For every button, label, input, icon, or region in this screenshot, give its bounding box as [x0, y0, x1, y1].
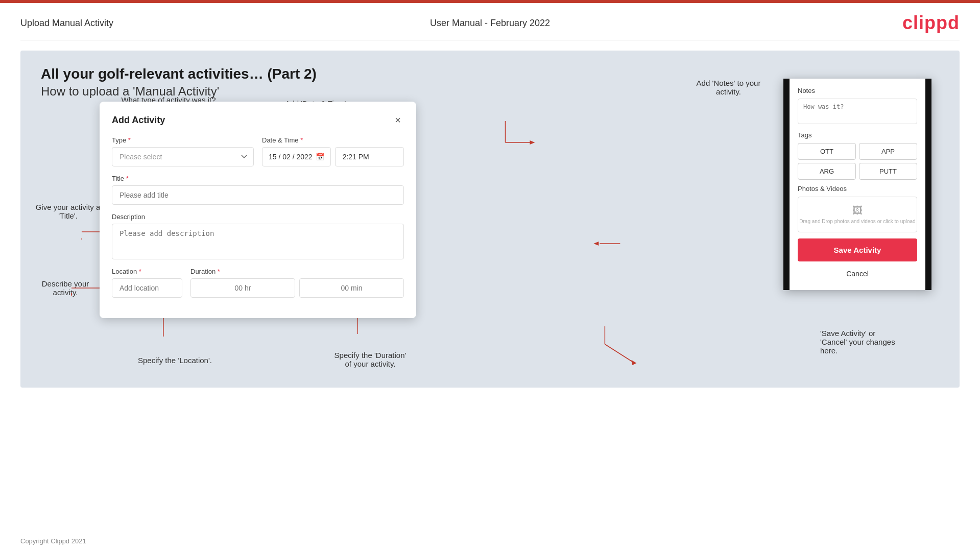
- upload-text: Drag and Drop photos and videos or click…: [799, 219, 915, 224]
- datetime-label: Date & Time *: [262, 136, 404, 144]
- app-panel: Notes Tags OTT APP ARG PUTT Photos & Vid…: [783, 79, 931, 290]
- tag-arg[interactable]: ARG: [798, 163, 856, 180]
- add-activity-dialog: Add Activity × Type * Please select Date…: [100, 102, 416, 318]
- duration-group: Duration *: [190, 268, 404, 298]
- photos-label: Photos & Videos: [798, 185, 917, 193]
- close-button[interactable]: ×: [392, 114, 404, 126]
- description-textarea[interactable]: [112, 224, 404, 259]
- tag-putt[interactable]: PUTT: [859, 163, 917, 180]
- date-time-inputs: 15 / 02 / 2022 📅 2:21 PM: [262, 147, 404, 166]
- logo: clippd: [902, 12, 960, 34]
- upload-icon: 🖼: [852, 205, 863, 217]
- tag-app[interactable]: APP: [859, 143, 917, 160]
- calendar-icon: 📅: [316, 153, 324, 161]
- annotation-describe: Describe youractivity.: [30, 279, 101, 297]
- duration-inputs: [190, 278, 404, 298]
- notes-label: Notes: [798, 87, 917, 94]
- upload-area[interactable]: 🖼 Drag and Drop photos and videos or cli…: [798, 197, 917, 232]
- header-divider: [20, 40, 960, 40]
- footer-copyright: Copyright Clippd 2021: [20, 537, 86, 545]
- svg-marker-22: [631, 360, 636, 365]
- app-panel-inner: Notes Tags OTT APP ARG PUTT Photos & Vid…: [790, 79, 925, 290]
- annotation-location: Specify the 'Location'.: [128, 356, 222, 365]
- location-label: Location *: [112, 268, 182, 275]
- type-group: Type * Please select: [112, 136, 254, 166]
- tags-label: Tags: [798, 131, 917, 139]
- manual-subtitle: User Manual - February 2022: [430, 18, 550, 29]
- location-group: Location *: [112, 268, 182, 298]
- duration-hr-input[interactable]: [190, 278, 295, 298]
- duration-min-input[interactable]: [299, 278, 404, 298]
- dialog-header: Add Activity ×: [112, 114, 404, 126]
- svg-marker-17: [530, 140, 535, 145]
- type-label: Type *: [112, 136, 254, 144]
- datetime-group: Date & Time * 15 / 02 / 2022 📅 2:21 PM: [262, 136, 404, 166]
- annotation-save: 'Save Activity' or'Cancel' your changesh…: [820, 329, 950, 355]
- type-datetime-row: Type * Please select Date & Time * 15 / …: [112, 136, 404, 166]
- svg-line-21: [605, 344, 633, 362]
- tag-ott[interactable]: OTT: [798, 143, 856, 160]
- annotation-duration: Specify the 'Duration'of your activity.: [317, 351, 424, 368]
- date-value: 15 / 02 / 2022: [269, 153, 313, 161]
- title-input[interactable]: [112, 185, 404, 205]
- title-label: Title *: [112, 175, 404, 182]
- save-activity-button[interactable]: Save Activity: [798, 238, 917, 261]
- time-input[interactable]: 2:21 PM: [335, 147, 404, 166]
- annotation-title: Give your activity a'Title'.: [30, 203, 106, 220]
- notes-textarea[interactable]: [798, 99, 917, 124]
- description-group: Description: [112, 213, 404, 259]
- tags-grid: OTT APP ARG PUTT: [798, 143, 917, 180]
- main-content-area: All your golf-relevant activities… (Part…: [20, 51, 960, 388]
- cancel-button[interactable]: Cancel: [798, 266, 917, 282]
- location-input[interactable]: [112, 278, 182, 298]
- type-select[interactable]: Please select: [112, 147, 254, 166]
- svg-marker-19: [593, 242, 599, 246]
- location-duration-row: Location * Duration *: [112, 268, 404, 298]
- title-group: Title *: [112, 175, 404, 205]
- header: Upload Manual Activity User Manual - Feb…: [0, 3, 980, 40]
- date-input[interactable]: 15 / 02 / 2022 📅: [262, 147, 331, 166]
- duration-label: Duration *: [190, 268, 404, 275]
- description-label: Description: [112, 213, 404, 221]
- page-label: Upload Manual Activity: [20, 18, 113, 29]
- dialog-title: Add Activity: [112, 115, 165, 126]
